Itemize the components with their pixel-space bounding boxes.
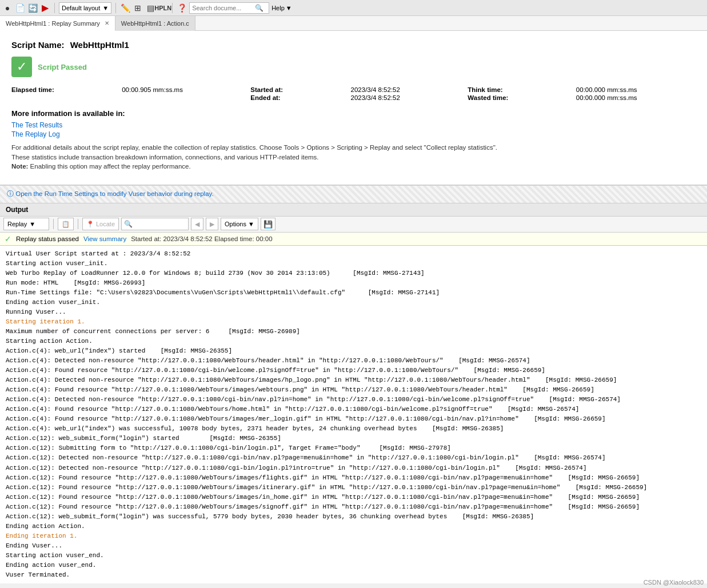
ended-label-spacer [11,94,113,101]
separator-3 [172,3,173,13]
started-label: Started at: [250,86,341,93]
grid-icon[interactable]: ⊞ [133,3,143,13]
next-btn[interactable]: ▶ [206,218,218,230]
question-icon[interactable]: ❓ [177,3,187,13]
copy-btn[interactable]: 📋 [58,218,74,230]
tab-close-1[interactable]: ✕ [105,20,109,26]
wasted-label: Wasted time: [468,94,567,101]
log-line: Action.c(12): Found resource "http://127… [6,502,701,512]
doc-icon[interactable]: 📄 [15,3,25,13]
log-line: Action.c(12): Found resource "http://127… [6,483,701,493]
circle-icon[interactable]: ● [2,3,13,13]
options-label: Options [225,221,246,227]
tab-replay-summary[interactable]: WebHttpHtml1 : Replay Summary ✕ [0,16,115,31]
script-name-section: Script Name: WebHttpHtml1 [11,40,696,50]
think-value: 00:00.000 mm:ss.ms [576,86,696,93]
log-line: Action.c(4): Found resource "http://127.… [6,385,701,395]
status-details-text: Started at: 2023/3/4 8:52:52 Elapsed tim… [131,235,272,242]
search-box[interactable]: 🔍 [189,2,269,14]
log-line: Virtual User Script started at : 2023/3/… [6,249,701,259]
status-bar: ✓ Replay status passed View summary Star… [0,233,707,246]
output-sep-2 [78,219,78,229]
output-header: Output [0,203,707,217]
play-icon[interactable]: ▶ [40,3,50,13]
tab-replay-summary-label: WebHttpHtml1 : Replay Summary [6,20,100,27]
info-text-2-content: These statistics include transaction bre… [11,154,319,161]
log-line: Ending action Action. [6,522,701,531]
log-line: Starting iteration 1. [6,317,701,327]
hpln-label[interactable]: HPLN [158,3,168,13]
ended-value: 2023/3/4 8:52:52 [351,94,459,101]
log-area: Virtual User Script started at : 2023/3/… [0,246,707,584]
main-content: Script Name: WebHttpHtml1 ✓ Script Passe… [0,31,707,186]
locate-icon: 📍 [86,221,94,228]
log-line: Action.c(12): Found resource "http://127… [6,473,701,483]
tab-action-c[interactable]: WebHttpHtml1 : Action.c [115,16,195,31]
status-check-icon: ✓ [5,234,11,243]
log-line: Action.c(4): Found resource "http://127.… [6,366,701,375]
output-toolbar: Replay ▼ 📋 📍 Locate 🔍 ◀ ▶ Options ▼ 💾 [0,217,707,233]
separator-1 [54,3,55,13]
layout-dropdown[interactable]: Default layout ▼ [59,2,111,14]
pass-check-icon: ✓ [11,57,32,77]
log-line: Ending Vuser... [6,541,701,551]
replay-dropdown[interactable]: Replay ▼ [3,218,49,230]
script-name-value: WebHttpHtml1 [70,40,129,50]
view-summary-link[interactable]: View summary [83,235,126,242]
layout-label: Default layout [62,5,100,11]
log-line: Vuser Terminated. [6,570,701,580]
output-section: Output Replay ▼ 📋 📍 Locate 🔍 ◀ ▶ Options… [0,203,707,584]
replay-log-link[interactable]: The Replay Log [11,130,696,138]
note-text: Enabling this option may affect the repl… [30,163,191,170]
separator-2 [115,3,116,13]
log-line: Action.c(4): web_url("index") was succes… [6,424,701,434]
log-line: Web Turbo Replay of LoadRunner 12.0.0 fo… [6,269,701,278]
locate-btn[interactable]: 📍 Locate [82,218,119,230]
test-results-link[interactable]: The Test Results [11,121,696,129]
log-line: Starting action vuser_init. [6,259,701,269]
elapsed-label: Elapsed time: [11,86,113,93]
log-line: Action.c(4): Found resource "http://127.… [6,405,701,414]
save-icon: 💾 [263,220,273,229]
refresh-icon[interactable]: 🔄 [27,3,38,13]
watermark: CSDN @Xiaolock830 [644,579,704,586]
log-line: Action.c(4): Detected non-resource "http… [6,395,701,405]
log-line: Starting action vuser_end. [6,551,701,561]
more-info-section: More information is available in: The Te… [11,109,696,170]
elapsed-value: 00:00.905 mm:ss.ms [122,86,241,93]
wasted-value: 00:00.000 mm:ss.ms [576,94,696,101]
copy-icon: 📋 [62,221,70,228]
info-note: Note: Enabling this option may affect th… [11,163,696,170]
search-input[interactable] [192,5,255,11]
log-line: Action.c(12): web_submit_form("login") s… [6,434,701,443]
run-time-settings-bar[interactable]: ⓘ Open the Run Time Settings to modify V… [0,186,707,203]
output-search-icon: 🔍 [124,220,133,228]
log-line: Starting action Action. [6,337,701,346]
log-line: Maximum number of concurrent connections… [6,327,701,337]
log-line: Run mode: HTML [MsgId: MMSG-26993] [6,278,701,288]
more-info-title: More information is available in: [11,109,696,118]
think-label: Think time: [468,86,567,93]
save-btn[interactable]: 💾 [261,218,275,230]
next-icon: ▶ [210,221,214,228]
locate-label: Locate [96,221,115,227]
output-search-box[interactable]: 🔍 [121,218,189,230]
options-btn[interactable]: Options ▼ [221,218,258,230]
passed-label: Script Passed [38,63,87,71]
pencil-icon[interactable]: ✏️ [120,3,130,13]
prev-icon: ◀ [195,221,199,228]
info-text-1: For additional details about the script … [11,143,696,163]
output-search-input[interactable] [134,221,186,227]
options-arrow: ▼ [248,221,254,227]
log-line: Ending action vuser_end. [6,561,701,570]
log-line: Ending action vuser_init. [6,298,701,307]
help-button[interactable]: Help ▼ [271,5,292,11]
log-line: Action.c(12): Found resource "http://127… [6,493,701,502]
info-text-1-content: For additional details about the script … [11,144,497,151]
log-line: Action.c(12): Detected non-resource "htt… [6,453,701,463]
log-line: Action.c(12): Submitting form to "http:/… [6,443,701,453]
replay-dropdown-arrow: ▼ [29,221,35,227]
log-line: Action.c(12): web_submit_form("login") w… [6,512,701,522]
prev-btn[interactable]: ◀ [191,218,203,230]
log-line: Run-Time Settings file: "C:\Users\92823\… [6,288,701,298]
